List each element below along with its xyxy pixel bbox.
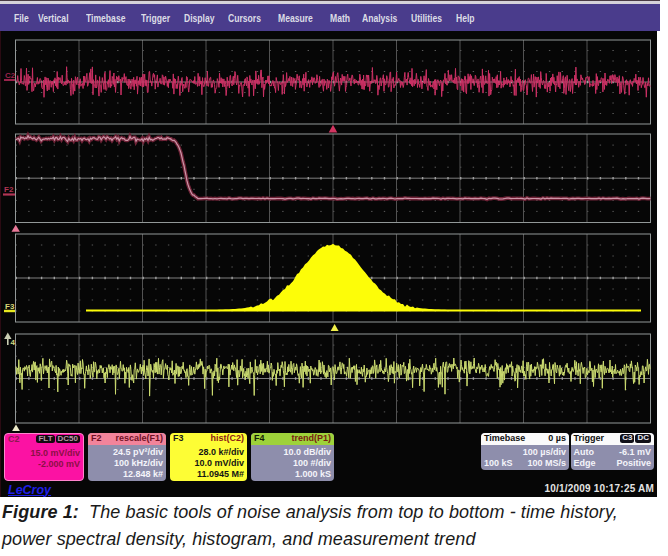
svg-text:4: 4 (11, 338, 16, 347)
svg-text:F3: F3 (5, 302, 15, 311)
svg-text:C2: C2 (5, 71, 16, 80)
svg-text:F2: F2 (4, 185, 14, 194)
